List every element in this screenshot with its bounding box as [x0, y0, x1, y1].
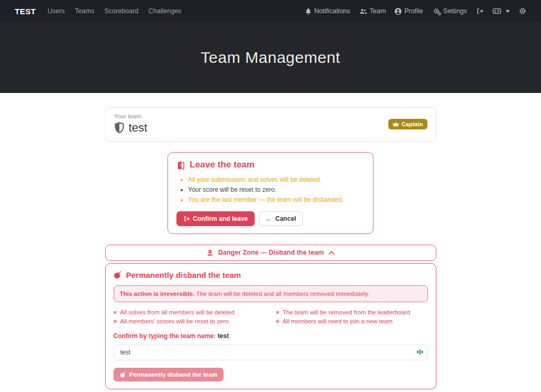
- irreversible-alert-bold: This action is irreversible.: [120, 291, 195, 297]
- leave-warning-list: All your submissions and solves will be …: [188, 175, 365, 206]
- id-card-icon: [492, 7, 501, 15]
- leave-team-title-row: Leave the team: [176, 160, 365, 170]
- profile-person-icon: [395, 8, 402, 15]
- crown-icon: [393, 122, 399, 127]
- leave-warning-item: Your score will be reset to zero.: [188, 185, 365, 195]
- settings-gears-icon: [432, 7, 441, 15]
- bomb-icon: [120, 371, 126, 378]
- logout-icon: [183, 216, 190, 222]
- confirm-team-name-input[interactable]: [114, 344, 428, 360]
- consequence-item: × All members' scores will be reset to z…: [114, 318, 266, 324]
- nav-item-settings[interactable]: Settings: [432, 7, 467, 15]
- caret-down-icon: [506, 10, 510, 13]
- nav-right: Notifications Team Profile Settings: [305, 7, 526, 15]
- door-open-icon: [176, 161, 185, 170]
- disband-title-row: Permanently disband the team: [114, 270, 428, 279]
- nav-links: Users Teams Scoreboard Challenges: [48, 7, 182, 15]
- leave-team-title: Leave the team: [190, 160, 255, 170]
- consequence-item: × The team will be removed from the lead…: [276, 309, 428, 315]
- consequence-item: × All solves from all members will be de…: [114, 309, 266, 315]
- x-mark-icon: ×: [276, 309, 279, 315]
- captain-badge: Captain: [388, 119, 427, 129]
- permanently-disband-button[interactable]: Permanently disband the team: [114, 368, 224, 381]
- your-team-label: Your team: [114, 113, 147, 119]
- cancel-label: Cancel: [275, 215, 296, 222]
- bell-icon: [305, 8, 312, 15]
- admin-gear-button[interactable]: [519, 7, 526, 15]
- disband-title: Permanently disband the team: [126, 270, 241, 279]
- nav-item-profile[interactable]: Profile: [395, 7, 423, 15]
- language-card-dropdown[interactable]: [492, 7, 510, 15]
- nav-label-profile: Profile: [404, 7, 423, 15]
- nav-label-notifications: Notifications: [314, 7, 350, 15]
- chevron-up-icon: [329, 251, 334, 255]
- nav-label-team: Team: [370, 7, 386, 15]
- arrow-left-icon: ←: [266, 215, 272, 222]
- confirm-typing-label: Confirm by typing the team name: test: [114, 332, 428, 340]
- nav-link-teams[interactable]: Teams: [75, 7, 95, 15]
- danger-zone-label: Danger Zone — Disband the team: [218, 249, 324, 256]
- captain-badge-label: Captain: [402, 121, 423, 127]
- navbar: TEST Users Teams Scoreboard Challenges N…: [0, 0, 541, 22]
- page-title: Team Management: [201, 49, 340, 67]
- permanently-disband-label: Permanently disband the team: [129, 371, 218, 378]
- x-mark-icon: ×: [276, 318, 279, 324]
- bomb-icon: [114, 270, 122, 279]
- gear-icon: [519, 7, 526, 15]
- shield-icon: [114, 122, 125, 134]
- irreversible-alert: This action is irreversible. The team wi…: [114, 285, 428, 302]
- confirm-team-name-text: test: [218, 332, 229, 340]
- logout-button[interactable]: [476, 7, 483, 15]
- danger-zone-toggle[interactable]: Danger Zone — Disband the team: [105, 245, 436, 261]
- nav-link-scoreboard[interactable]: Scoreboard: [104, 7, 138, 15]
- skull-crossbones-icon: [207, 249, 213, 256]
- irreversible-alert-text: The team will be deleted and all members…: [194, 291, 369, 297]
- nav-label-settings: Settings: [443, 7, 467, 15]
- leave-team-card: Leave the team All your submissions and …: [167, 152, 374, 234]
- confirm-and-leave-label: Confirm and leave: [193, 215, 248, 222]
- brand-logo[interactable]: TEST: [15, 7, 36, 16]
- nav-link-users[interactable]: Users: [48, 7, 65, 15]
- leave-warning-item: You are the last member — the team will …: [188, 195, 365, 205]
- browser-extension-icon[interactable]: [417, 349, 423, 356]
- x-mark-icon: ×: [114, 318, 117, 324]
- confirm-and-leave-button[interactable]: Confirm and leave: [176, 211, 255, 226]
- nav-link-challenges[interactable]: Challenges: [148, 7, 182, 15]
- disband-team-card: Permanently disband the team This action…: [105, 263, 436, 389]
- nav-item-team[interactable]: Team: [359, 7, 386, 15]
- consequence-list: × All solves from all members will be de…: [114, 309, 428, 324]
- page: TEST Users Teams Scoreboard Challenges N…: [0, 0, 541, 392]
- page-header: Team Management: [0, 22, 541, 93]
- nav-item-notifications[interactable]: Notifications: [305, 7, 350, 15]
- leave-warning-item: All your submissions and solves will be …: [188, 175, 365, 185]
- cancel-button[interactable]: ← Cancel: [259, 211, 303, 226]
- logout-icon: [476, 7, 483, 15]
- team-name: test: [129, 121, 147, 135]
- x-mark-icon: ×: [114, 309, 117, 315]
- team-users-icon: [359, 8, 367, 15]
- your-team-card: Your team test Captain: [105, 107, 436, 142]
- consequence-item: × All members will need to join a new te…: [276, 318, 428, 324]
